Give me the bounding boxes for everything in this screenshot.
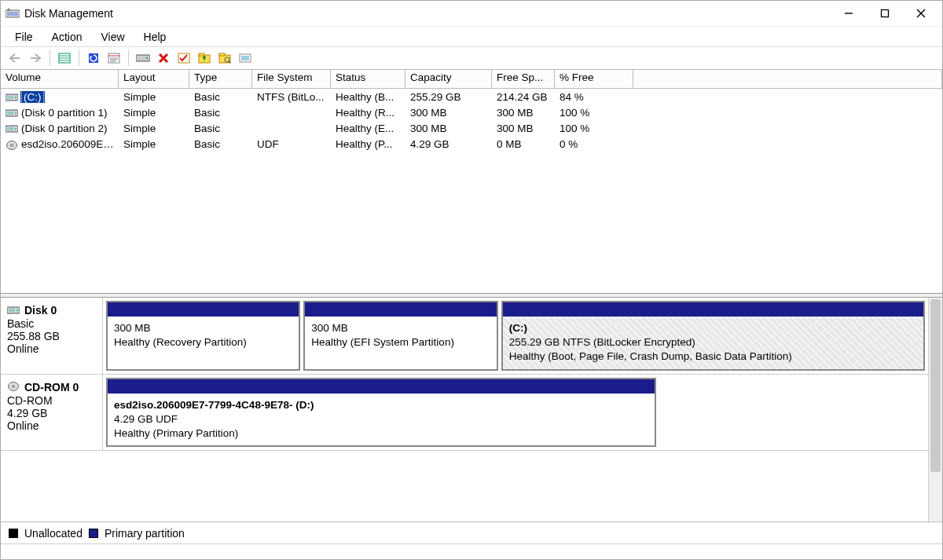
- partition-block[interactable]: 300 MBHealthy (Recovery Partition): [106, 301, 300, 371]
- col-status[interactable]: Status: [331, 70, 405, 88]
- status-bar: [1, 544, 942, 559]
- volume-list[interactable]: (C:)SimpleBasicNTFS (BitLo...Healthy (B.…: [1, 89, 942, 293]
- volume-layout-cell: Simple: [119, 91, 189, 103]
- menu-help[interactable]: Help: [134, 29, 176, 45]
- volume-name: (Disk 0 partition 1): [21, 107, 108, 119]
- partition-status: Healthy (Boot, Page File, Crash Dump, Ba…: [509, 350, 917, 364]
- disk-graphical-view: Disk 0Basic255.88 GBOnline300 MBHealthy …: [1, 298, 942, 522]
- volume-fs-cell: NTFS (BitLo...: [252, 91, 331, 103]
- col-freespace[interactable]: Free Sp...: [492, 70, 555, 88]
- svg-point-2: [7, 8, 9, 10]
- partition-drive: (C:): [509, 321, 917, 335]
- svg-rect-4: [882, 10, 889, 17]
- col-filesystem[interactable]: File System: [252, 70, 331, 88]
- volume-row[interactable]: esd2iso.206009E7...SimpleBasicUDFHealthy…: [1, 136, 942, 152]
- svg-rect-36: [7, 112, 13, 115]
- maximize-button[interactable]: [867, 1, 903, 26]
- volume-name-cell: esd2iso.206009E7...: [1, 138, 119, 150]
- col-spacer[interactable]: [633, 70, 942, 88]
- legend: Unallocated Primary partition: [1, 522, 942, 544]
- volume-pct-cell: 100 %: [555, 107, 633, 119]
- disk-kind: Basic: [7, 317, 96, 330]
- back-button[interactable]: [6, 49, 24, 67]
- col-layout[interactable]: Layout: [119, 70, 189, 88]
- volume-status-cell: Healthy (P...: [331, 138, 405, 150]
- list-button[interactable]: [236, 49, 255, 67]
- volume-pct-cell: 84 %: [555, 91, 633, 103]
- col-pctfree[interactable]: % Free: [555, 70, 633, 88]
- volume-name: esd2iso.206009E7...: [21, 138, 118, 150]
- show-hide-console-tree-button[interactable]: [55, 49, 74, 67]
- volume-row[interactable]: (Disk 0 partition 2)SimpleBasicHealthy (…: [1, 120, 942, 136]
- volume-name: (C:): [21, 91, 44, 103]
- explore-button-1[interactable]: [195, 49, 214, 67]
- svg-rect-39: [7, 127, 13, 130]
- svg-rect-33: [7, 96, 13, 99]
- titlebar: Disk Management: [1, 1, 942, 26]
- drive-icon: [6, 93, 18, 102]
- disk-label-pane[interactable]: Disk 0Basic255.88 GBOnline: [1, 298, 103, 374]
- partition-label: esd2iso.206009E7-7799-4C48-9E78- (D:)4.2…: [108, 393, 655, 446]
- volume-type-cell: Basic: [189, 123, 252, 134]
- disk-state: Online: [7, 419, 96, 432]
- volume-type-cell: Basic: [189, 91, 252, 103]
- svg-rect-44: [9, 309, 15, 312]
- check-button[interactable]: [174, 49, 193, 67]
- disk-row: Disk 0Basic255.88 GBOnline300 MBHealthy …: [1, 298, 928, 375]
- partition-block[interactable]: 300 MBHealthy (EFI System Partition): [303, 301, 497, 371]
- drive-tool-button[interactable]: [134, 49, 152, 67]
- col-volume[interactable]: Volume: [1, 70, 119, 88]
- col-type[interactable]: Type: [189, 70, 252, 88]
- volume-name-cell: (Disk 0 partition 1): [1, 107, 119, 119]
- disk-state: Online: [7, 342, 96, 355]
- volume-free-cell: 214.24 GB: [492, 91, 555, 103]
- partition-label: (C:)255.29 GB NTFS (BitLocker Encrypted)…: [503, 317, 923, 369]
- scrollbar-thumb[interactable]: [930, 299, 941, 472]
- volume-status-cell: Healthy (E...: [331, 123, 405, 134]
- volume-pct-cell: 0 %: [555, 138, 633, 150]
- svg-point-40: [15, 128, 17, 130]
- forward-button[interactable]: [26, 49, 45, 67]
- delete-button[interactable]: [154, 49, 173, 67]
- menu-action[interactable]: Action: [42, 29, 92, 45]
- col-capacity[interactable]: Capacity: [405, 70, 492, 88]
- volume-free-cell: 0 MB: [492, 138, 555, 150]
- volume-capacity-cell: 300 MB: [405, 123, 492, 134]
- cd-icon: [7, 381, 20, 394]
- disk-label-pane[interactable]: CD-ROM 0CD-ROM4.29 GBOnline: [1, 375, 103, 451]
- partition-size: 255.29 GB NTFS (BitLocker Encrypted): [509, 335, 917, 350]
- explore-button-2[interactable]: [215, 49, 234, 67]
- partition-color-bar: [503, 302, 923, 317]
- disk-size: 255.88 GB: [7, 330, 96, 342]
- volume-status-cell: Healthy (R...: [331, 107, 405, 119]
- volume-layout-cell: Simple: [119, 123, 189, 134]
- volume-layout-cell: Simple: [119, 107, 189, 119]
- disk-partitions: esd2iso.206009E7-7799-4C48-9E78- (D:)4.2…: [103, 375, 928, 451]
- close-button[interactable]: [903, 1, 939, 26]
- volume-layout-cell: Simple: [119, 138, 189, 150]
- svg-point-37: [15, 112, 17, 114]
- disk-partitions: 300 MBHealthy (Recovery Partition)300 MB…: [103, 298, 928, 374]
- legend-primary-label: Primary partition: [105, 527, 185, 540]
- partition-label: 300 MBHealthy (Recovery Partition): [108, 317, 299, 354]
- graphical-vscrollbar[interactable]: [928, 298, 942, 522]
- volume-capacity-cell: 300 MB: [405, 107, 492, 119]
- volume-row[interactable]: (C:)SimpleBasicNTFS (BitLo...Healthy (B.…: [1, 89, 942, 104]
- refresh-button[interactable]: [84, 49, 103, 67]
- partition-color-bar: [108, 302, 299, 317]
- properties-button[interactable]: [105, 49, 123, 67]
- menu-file[interactable]: File: [6, 29, 42, 45]
- partition-block[interactable]: esd2iso.206009E7-7799-4C48-9E78- (D:)4.2…: [106, 378, 656, 448]
- menu-view[interactable]: View: [91, 29, 134, 45]
- partition-size: 4.29 GB UDF: [114, 412, 648, 426]
- volume-capacity-cell: 4.29 GB: [405, 138, 492, 150]
- toolbar: [1, 46, 942, 70]
- minimize-button[interactable]: [831, 1, 867, 26]
- partition-color-bar: [305, 302, 496, 317]
- drive-icon: [7, 305, 20, 317]
- volume-type-cell: Basic: [189, 138, 252, 150]
- legend-swatch-unallocated: [9, 529, 18, 538]
- partition-label: 300 MBHealthy (EFI System Partition): [305, 317, 496, 354]
- partition-block[interactable]: (C:)255.29 GB NTFS (BitLocker Encrypted)…: [501, 301, 925, 371]
- volume-row[interactable]: (Disk 0 partition 1)SimpleBasicHealthy (…: [1, 104, 942, 120]
